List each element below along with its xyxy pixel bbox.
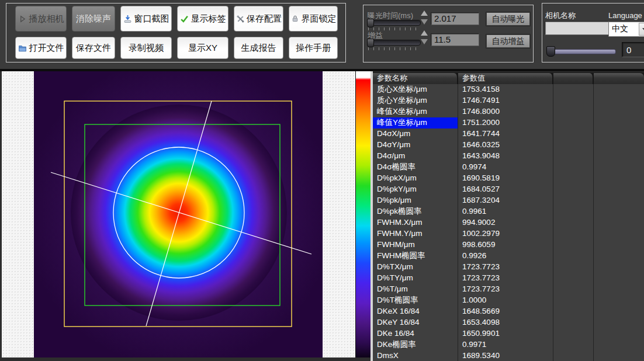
empty-cell[interactable] <box>594 129 644 140</box>
empty-cell[interactable] <box>553 95 594 106</box>
empty-cell[interactable] <box>594 317 644 328</box>
table-row[interactable]: 峰值Y坐标/μm1751.2000 <box>373 117 644 129</box>
empty-cell[interactable] <box>553 129 594 140</box>
exposure-slider-thumb[interactable] <box>367 19 374 27</box>
param-value-cell[interactable]: 1723.7723 <box>458 284 553 295</box>
empty-cell[interactable] <box>594 206 644 217</box>
table-row[interactable]: DKeY 16/841653.4098 <box>373 317 644 328</box>
header-param-name[interactable]: 参数名称 <box>373 73 458 84</box>
gain-slider-thumb[interactable] <box>367 39 374 47</box>
empty-cell[interactable] <box>553 162 594 173</box>
empty-cell[interactable] <box>594 217 644 228</box>
save-file-button[interactable]: 保存文件 <box>72 37 115 59</box>
denoise-button[interactable]: 消除噪声 <box>72 6 115 32</box>
table-row[interactable]: D%pk/μm1687.3204 <box>373 195 644 206</box>
param-value-cell[interactable]: 0.9971 <box>458 339 553 350</box>
table-row[interactable]: D4σY/μm1646.0325 <box>373 140 644 151</box>
param-name-cell[interactable]: D%T/μm <box>373 284 458 295</box>
param-value-cell[interactable]: 0.9961 <box>458 206 553 217</box>
empty-cell[interactable] <box>553 140 594 151</box>
table-row[interactable]: DKe 16/841650.9901 <box>373 328 644 339</box>
empty-cell[interactable] <box>553 284 594 295</box>
table-row[interactable]: DmsX1689.5340 <box>373 350 644 361</box>
gain-spinner[interactable] <box>420 30 428 45</box>
manual-button[interactable]: 操作手册 <box>289 37 338 59</box>
table-row[interactable]: FWHM椭圆率0.9926 <box>373 251 644 262</box>
table-row[interactable]: 质心Y坐标/μm1746.7491 <box>373 95 644 106</box>
param-value-cell[interactable]: 1648.5669 <box>458 306 553 317</box>
param-name-cell[interactable]: FWHM椭圆率 <box>373 251 458 262</box>
empty-cell[interactable] <box>553 317 594 328</box>
parameter-table[interactable]: 参数名称 参数值 质心X坐标/μm1753.4158质心Y坐标/μm1746.7… <box>373 72 644 361</box>
exposure-spinner[interactable] <box>420 10 428 25</box>
param-name-cell[interactable]: DmsX <box>373 350 458 361</box>
param-name-cell[interactable]: FWHM.Y/μm <box>373 228 458 239</box>
record-video-button[interactable]: 录制视频 <box>120 37 172 59</box>
param-name-cell[interactable]: D%pk椭圆率 <box>373 206 458 217</box>
language-dropdown[interactable]: 中文 <box>608 22 644 37</box>
empty-cell[interactable] <box>594 251 644 262</box>
param-name-cell[interactable]: FWHM.X/μm <box>373 217 458 228</box>
spin-up-icon[interactable] <box>421 11 428 16</box>
param-value-cell[interactable]: 1684.0527 <box>458 184 553 195</box>
param-value-cell[interactable]: 1641.7744 <box>458 129 553 140</box>
camera-slider[interactable] <box>547 49 616 54</box>
param-name-cell[interactable]: D%TY/μm <box>373 273 458 284</box>
empty-cell[interactable] <box>594 350 644 361</box>
empty-cell[interactable] <box>594 117 644 129</box>
empty-cell[interactable] <box>594 173 644 184</box>
header-empty-1[interactable] <box>553 73 594 84</box>
param-name-cell[interactable]: D%pkX/μm <box>373 173 458 184</box>
empty-cell[interactable] <box>553 339 594 350</box>
empty-cell[interactable] <box>553 328 594 339</box>
empty-cell[interactable] <box>553 206 594 217</box>
gain-value-field[interactable]: 11.5 <box>431 33 479 46</box>
table-row[interactable]: DKeX 16/841648.5669 <box>373 306 644 317</box>
table-row[interactable]: FWHM.Y/μm1002.2979 <box>373 228 644 239</box>
empty-cell[interactable] <box>553 151 594 162</box>
empty-cell[interactable] <box>553 106 594 117</box>
param-value-cell[interactable]: 1.0000 <box>458 295 553 306</box>
empty-cell[interactable] <box>553 84 594 95</box>
param-name-cell[interactable]: D4σ椭圆率 <box>373 162 458 173</box>
param-name-cell[interactable]: DKeX 16/84 <box>373 306 458 317</box>
auto-exposure-button[interactable]: 自动曝光 <box>486 12 530 26</box>
param-value-cell[interactable]: 994.9002 <box>458 217 553 228</box>
empty-cell[interactable] <box>553 217 594 228</box>
param-name-cell[interactable]: D%pkY/μm <box>373 184 458 195</box>
empty-cell[interactable] <box>594 106 644 117</box>
param-name-cell[interactable]: D4σ/μm <box>373 151 458 162</box>
beam-image[interactable] <box>34 71 323 357</box>
param-value-cell[interactable]: 1002.2979 <box>458 228 553 239</box>
table-row[interactable]: D4σ椭圆率0.9974 <box>373 162 644 173</box>
table-row[interactable]: FWHM/μm998.6059 <box>373 239 644 251</box>
chevron-down-icon[interactable] <box>639 23 644 36</box>
gain-slider[interactable] <box>367 40 421 46</box>
empty-cell[interactable] <box>594 95 644 106</box>
param-name-cell[interactable]: DKe椭圆率 <box>373 339 458 350</box>
param-name-cell[interactable]: 质心Y坐标/μm <box>373 95 458 106</box>
exposure-value-field[interactable]: 2.017 <box>431 12 479 25</box>
camera-slider-value-field[interactable]: 0 <box>622 42 644 57</box>
param-value-cell[interactable]: 1751.2000 <box>458 117 553 129</box>
window-screenshot-button[interactable]: 窗口截图 <box>120 6 172 32</box>
param-value-cell[interactable]: 1689.5340 <box>458 350 553 361</box>
table-row[interactable]: FWHM.X/μm994.9002 <box>373 217 644 228</box>
table-row[interactable]: DKe椭圆率0.9971 <box>373 339 644 350</box>
exposure-slider[interactable] <box>367 20 421 26</box>
header-empty-2[interactable] <box>594 73 644 84</box>
param-name-cell[interactable]: DKe 16/84 <box>373 328 458 339</box>
param-name-cell[interactable]: D%T椭圆率 <box>373 295 458 306</box>
param-name-cell[interactable]: D%TX/μm <box>373 262 458 273</box>
empty-cell[interactable] <box>553 173 594 184</box>
table-row[interactable]: D%T/μm1723.7723 <box>373 284 644 295</box>
empty-cell[interactable] <box>594 195 644 206</box>
empty-cell[interactable] <box>594 184 644 195</box>
empty-cell[interactable] <box>553 117 594 129</box>
empty-cell[interactable] <box>594 140 644 151</box>
table-row[interactable]: D%pkY/μm1684.0527 <box>373 184 644 195</box>
param-value-cell[interactable]: 0.9974 <box>458 162 553 173</box>
param-value-cell[interactable]: 1687.3204 <box>458 195 553 206</box>
param-name-cell[interactable]: 峰值Y坐标/μm <box>373 117 458 129</box>
empty-cell[interactable] <box>553 262 594 273</box>
